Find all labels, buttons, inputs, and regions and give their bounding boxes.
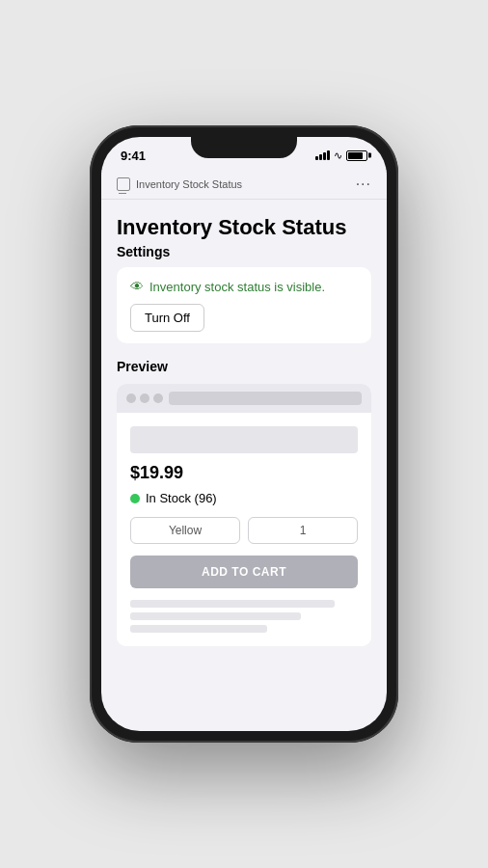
preview-section-label: Preview [117, 359, 371, 374]
variant-color-input[interactable]: Yellow [130, 517, 240, 544]
status-text: Inventory stock status is visible. [149, 280, 325, 294]
stock-row: In Stock (96) [130, 491, 358, 505]
nav-app-icon [117, 177, 130, 191]
browser-dots [126, 393, 163, 403]
preview-card: $19.99 In Stock (96) Yellow 1 ADD TO CAR… [117, 384, 371, 646]
description-lines [130, 600, 358, 633]
browser-bar [117, 384, 371, 413]
notch [191, 137, 297, 158]
more-options-icon[interactable]: ··· [356, 176, 371, 193]
variant-qty-input[interactable]: 1 [248, 517, 358, 544]
desc-line-2 [130, 612, 301, 620]
stock-status-text: In Stock (96) [146, 491, 217, 505]
nav-title: Inventory Stock Status [136, 178, 242, 190]
phone-screen: 9:41 ∿ Inventory Stock Status ··· Invent… [101, 137, 387, 731]
turn-off-button[interactable]: Turn Off [130, 304, 204, 332]
variant-row: Yellow 1 [130, 517, 358, 544]
product-preview: $19.99 In Stock (96) Yellow 1 ADD TO CAR… [117, 413, 371, 646]
add-to-cart-button[interactable]: ADD TO CART [130, 556, 358, 588]
page-title: Inventory Stock Status [117, 215, 371, 240]
nav-bar: Inventory Stock Status ··· [101, 170, 387, 200]
product-price: $19.99 [130, 463, 358, 483]
signal-icon [315, 150, 330, 160]
phone-shell: 9:41 ∿ Inventory Stock Status ··· Invent… [90, 125, 398, 743]
status-time: 9:41 [121, 149, 146, 163]
browser-url-bar [169, 392, 362, 405]
battery-icon [346, 150, 367, 161]
settings-section-label: Settings [117, 244, 371, 259]
settings-card: 👁 Inventory stock status is visible. Tur… [117, 267, 371, 343]
desc-line-1 [130, 600, 335, 608]
status-icons: ∿ [315, 149, 367, 162]
wifi-icon: ∿ [334, 149, 342, 162]
status-row: 👁 Inventory stock status is visible. [130, 279, 358, 294]
eye-icon: 👁 [130, 279, 144, 294]
desc-line-3 [130, 625, 267, 633]
browser-dot-2 [140, 393, 149, 403]
stock-dot-icon [130, 494, 140, 503]
nav-left: Inventory Stock Status [117, 177, 242, 191]
product-image-placeholder [130, 426, 358, 453]
browser-dot-3 [153, 393, 163, 403]
content-area: Inventory Stock Status Settings 👁 Invent… [101, 200, 387, 726]
browser-dot-1 [126, 393, 136, 403]
